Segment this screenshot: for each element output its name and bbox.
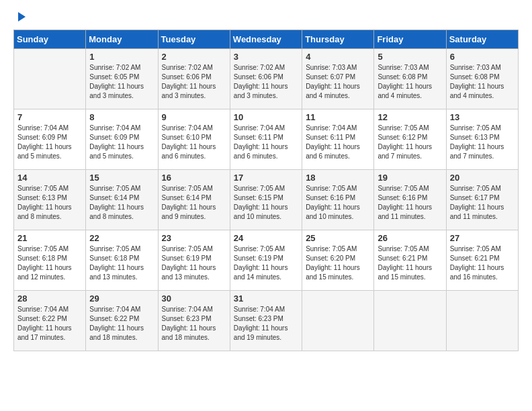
week-row-2: 7Sunrise: 7:04 AMSunset: 6:09 PMDaylight…: [14, 109, 519, 170]
calendar-cell: 3Sunrise: 7:02 AMSunset: 6:06 PMDaylight…: [230, 49, 302, 109]
calendar-cell: 20Sunrise: 7:05 AMSunset: 6:17 PMDayligh…: [446, 170, 518, 230]
day-number: 10: [234, 112, 298, 122]
calendar-cell: 14Sunrise: 7:05 AMSunset: 6:13 PMDayligh…: [14, 170, 86, 230]
cell-info: Sunrise: 7:05 AMSunset: 6:21 PMDaylight:…: [378, 244, 442, 282]
cell-info: Sunrise: 7:05 AMSunset: 6:16 PMDaylight:…: [378, 184, 442, 222]
calendar-cell: 11Sunrise: 7:04 AMSunset: 6:11 PMDayligh…: [302, 109, 374, 170]
day-number: 9: [162, 112, 226, 122]
calendar-cell: 12Sunrise: 7:05 AMSunset: 6:12 PMDayligh…: [374, 109, 446, 170]
calendar-cell: 21Sunrise: 7:05 AMSunset: 6:18 PMDayligh…: [14, 230, 86, 291]
day-header-friday: Friday: [374, 30, 446, 49]
day-number: 20: [450, 173, 515, 183]
calendar-cell: 1Sunrise: 7:02 AMSunset: 6:05 PMDaylight…: [86, 49, 158, 109]
calendar-cell: 17Sunrise: 7:05 AMSunset: 6:15 PMDayligh…: [230, 170, 302, 230]
day-number: 11: [306, 112, 370, 122]
day-number: 30: [162, 293, 226, 304]
calendar-cell: 30Sunrise: 7:04 AMSunset: 6:23 PMDayligh…: [158, 291, 230, 351]
week-row-5: 28Sunrise: 7:04 AMSunset: 6:22 PMDayligh…: [14, 291, 519, 351]
cell-info: Sunrise: 7:04 AMSunset: 6:09 PMDaylight:…: [17, 124, 82, 161]
cell-info: Sunrise: 7:05 AMSunset: 6:21 PMDaylight:…: [450, 244, 515, 282]
calendar-cell: 8Sunrise: 7:04 AMSunset: 6:09 PMDaylight…: [86, 109, 158, 170]
day-header-thursday: Thursday: [302, 30, 374, 49]
day-number: 1: [89, 52, 154, 62]
calendar-cell: 24Sunrise: 7:05 AMSunset: 6:19 PMDayligh…: [230, 230, 302, 291]
day-header-monday: Monday: [86, 30, 158, 49]
day-number: 7: [17, 112, 82, 122]
calendar-cell: [374, 291, 446, 351]
calendar-cell: 28Sunrise: 7:04 AMSunset: 6:22 PMDayligh…: [14, 291, 86, 351]
cell-info: Sunrise: 7:02 AMSunset: 6:06 PMDaylight:…: [234, 63, 298, 101]
calendar-cell: 23Sunrise: 7:05 AMSunset: 6:19 PMDayligh…: [158, 230, 230, 291]
week-row-4: 21Sunrise: 7:05 AMSunset: 6:18 PMDayligh…: [14, 230, 519, 291]
cell-info: Sunrise: 7:05 AMSunset: 6:14 PMDaylight:…: [162, 184, 226, 222]
cell-info: Sunrise: 7:05 AMSunset: 6:13 PMDaylight:…: [17, 184, 82, 222]
day-number: 12: [378, 112, 442, 122]
day-number: 5: [378, 52, 442, 62]
day-number: 8: [89, 112, 154, 122]
calendar-cell: 19Sunrise: 7:05 AMSunset: 6:16 PMDayligh…: [374, 170, 446, 230]
day-header-saturday: Saturday: [446, 30, 518, 49]
day-number: 18: [306, 173, 370, 183]
cell-info: Sunrise: 7:04 AMSunset: 6:23 PMDaylight:…: [162, 305, 226, 342]
cell-info: Sunrise: 7:05 AMSunset: 6:16 PMDaylight:…: [306, 184, 370, 222]
day-number: 4: [306, 52, 370, 62]
day-number: 13: [450, 112, 515, 122]
day-number: 6: [450, 52, 515, 62]
day-number: 15: [89, 173, 154, 183]
week-row-1: 1Sunrise: 7:02 AMSunset: 6:05 PMDaylight…: [14, 49, 519, 109]
calendar-cell: 18Sunrise: 7:05 AMSunset: 6:16 PMDayligh…: [302, 170, 374, 230]
day-header-wednesday: Wednesday: [230, 30, 302, 49]
cell-info: Sunrise: 7:05 AMSunset: 6:13 PMDaylight:…: [450, 124, 515, 161]
cell-info: Sunrise: 7:05 AMSunset: 6:19 PMDaylight:…: [234, 244, 298, 282]
calendar-cell: 25Sunrise: 7:05 AMSunset: 6:20 PMDayligh…: [302, 230, 374, 291]
cell-info: Sunrise: 7:02 AMSunset: 6:05 PMDaylight:…: [89, 63, 154, 101]
day-number: 14: [17, 173, 82, 183]
calendar-cell: 4Sunrise: 7:03 AMSunset: 6:07 PMDaylight…: [302, 49, 374, 109]
cell-info: Sunrise: 7:04 AMSunset: 6:23 PMDaylight:…: [234, 305, 298, 342]
day-number: 16: [162, 173, 226, 183]
days-header-row: SundayMondayTuesdayWednesdayThursdayFrid…: [14, 30, 519, 49]
calendar-cell: 13Sunrise: 7:05 AMSunset: 6:13 PMDayligh…: [446, 109, 518, 170]
cell-info: Sunrise: 7:04 AMSunset: 6:11 PMDaylight:…: [234, 124, 298, 161]
day-number: 22: [89, 233, 154, 243]
cell-info: Sunrise: 7:05 AMSunset: 6:20 PMDaylight:…: [306, 244, 370, 282]
calendar-cell: 26Sunrise: 7:05 AMSunset: 6:21 PMDayligh…: [374, 230, 446, 291]
day-number: 31: [234, 293, 298, 304]
week-row-3: 14Sunrise: 7:05 AMSunset: 6:13 PMDayligh…: [14, 170, 519, 230]
calendar-cell: 10Sunrise: 7:04 AMSunset: 6:11 PMDayligh…: [230, 109, 302, 170]
calendar-cell: 5Sunrise: 7:03 AMSunset: 6:08 PMDaylight…: [374, 49, 446, 109]
cell-info: Sunrise: 7:05 AMSunset: 6:17 PMDaylight:…: [450, 184, 515, 222]
calendar-table: SundayMondayTuesdayWednesdayThursdayFrid…: [13, 30, 519, 351]
calendar-cell: 9Sunrise: 7:04 AMSunset: 6:10 PMDaylight…: [158, 109, 230, 170]
calendar-cell: [302, 291, 374, 351]
cell-info: Sunrise: 7:05 AMSunset: 6:19 PMDaylight:…: [162, 244, 226, 282]
cell-info: Sunrise: 7:04 AMSunset: 6:22 PMDaylight:…: [17, 305, 82, 342]
day-number: 26: [378, 233, 442, 243]
calendar-cell: 29Sunrise: 7:04 AMSunset: 6:22 PMDayligh…: [86, 291, 158, 351]
calendar-cell: 2Sunrise: 7:02 AMSunset: 6:06 PMDaylight…: [158, 49, 230, 109]
cell-info: Sunrise: 7:04 AMSunset: 6:22 PMDaylight:…: [89, 305, 154, 342]
calendar-cell: 27Sunrise: 7:05 AMSunset: 6:21 PMDayligh…: [446, 230, 518, 291]
day-number: 21: [17, 233, 82, 243]
day-header-sunday: Sunday: [14, 30, 86, 49]
svg-marker-0: [18, 12, 26, 21]
cell-info: Sunrise: 7:04 AMSunset: 6:09 PMDaylight:…: [89, 124, 154, 161]
day-number: 27: [450, 233, 515, 243]
day-number: 17: [234, 173, 298, 183]
calendar-cell: 16Sunrise: 7:05 AMSunset: 6:14 PMDayligh…: [158, 170, 230, 230]
calendar-cell: 6Sunrise: 7:03 AMSunset: 6:08 PMDaylight…: [446, 49, 518, 109]
day-number: 2: [162, 52, 226, 62]
calendar-cell: [14, 49, 86, 109]
cell-info: Sunrise: 7:05 AMSunset: 6:18 PMDaylight:…: [17, 244, 82, 282]
cell-info: Sunrise: 7:04 AMSunset: 6:10 PMDaylight:…: [162, 124, 226, 161]
logo: [13, 13, 27, 23]
day-number: 29: [89, 293, 154, 304]
cell-info: Sunrise: 7:05 AMSunset: 6:14 PMDaylight:…: [89, 184, 154, 222]
day-number: 19: [378, 173, 442, 183]
cell-info: Sunrise: 7:02 AMSunset: 6:06 PMDaylight:…: [162, 63, 226, 101]
day-number: 23: [162, 233, 226, 243]
day-number: 28: [17, 293, 82, 304]
day-header-tuesday: Tuesday: [158, 30, 230, 49]
day-number: 3: [234, 52, 298, 62]
logo-icon: [15, 11, 27, 23]
